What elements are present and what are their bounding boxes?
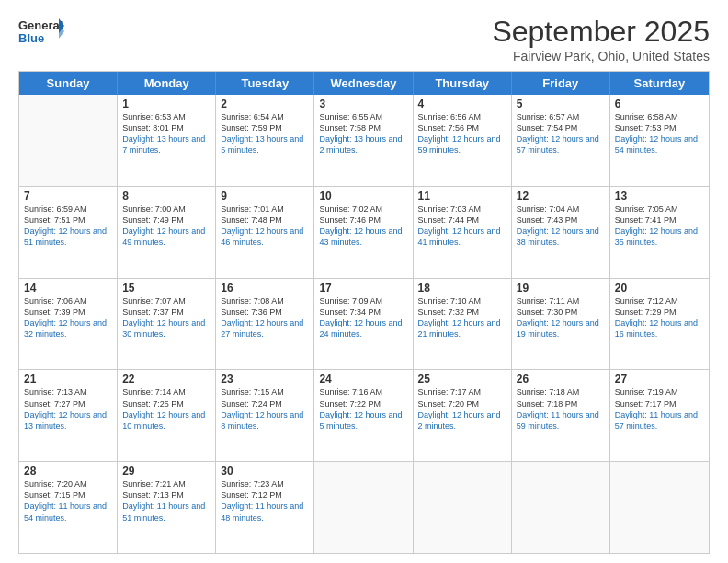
cell-info: Sunrise: 7:23 AM Sunset: 7:12 PM Dayligh… <box>221 478 309 523</box>
calendar-cell: 10 Sunrise: 7:02 AM Sunset: 7:46 PM Dayl… <box>314 187 413 278</box>
cell-info: Sunrise: 7:19 AM Sunset: 7:17 PM Dayligh… <box>615 386 704 431</box>
calendar-row: 28 Sunrise: 7:20 AM Sunset: 7:15 PM Dayl… <box>19 462 709 553</box>
day-number: 7 <box>24 190 112 202</box>
cell-info: Sunrise: 7:06 AM Sunset: 7:39 PM Dayligh… <box>24 295 112 340</box>
day-number: 25 <box>418 373 506 385</box>
calendar-cell: 9 Sunrise: 7:01 AM Sunset: 7:48 PM Dayli… <box>216 187 314 278</box>
calendar-cell: 3 Sunrise: 6:55 AM Sunset: 7:58 PM Dayli… <box>314 95 413 186</box>
calendar-cell: 20 Sunrise: 7:12 AM Sunset: 7:29 PM Dayl… <box>610 279 709 370</box>
cell-info: Sunrise: 7:03 AM Sunset: 7:44 PM Dayligh… <box>418 203 506 248</box>
calendar-body: 1 Sunrise: 6:53 AM Sunset: 8:01 PM Dayli… <box>19 95 709 553</box>
day-number: 24 <box>319 373 407 385</box>
calendar-cell: 28 Sunrise: 7:20 AM Sunset: 7:15 PM Dayl… <box>19 462 118 553</box>
cell-info: Sunrise: 7:18 AM Sunset: 7:18 PM Dayligh… <box>517 386 605 431</box>
cell-info: Sunrise: 7:17 AM Sunset: 7:20 PM Dayligh… <box>418 386 506 431</box>
calendar-cell: 27 Sunrise: 7:19 AM Sunset: 7:17 PM Dayl… <box>610 370 709 461</box>
day-number: 14 <box>24 282 112 294</box>
calendar-cell: 12 Sunrise: 7:04 AM Sunset: 7:43 PM Dayl… <box>512 187 610 278</box>
calendar-row: 21 Sunrise: 7:13 AM Sunset: 7:27 PM Dayl… <box>19 370 709 462</box>
header: General Blue September 2025 Fairview Par… <box>18 15 710 63</box>
day-number: 27 <box>615 373 704 385</box>
cell-info: Sunrise: 6:58 AM Sunset: 7:53 PM Dayligh… <box>615 111 704 156</box>
calendar-row: 1 Sunrise: 6:53 AM Sunset: 8:01 PM Dayli… <box>19 95 709 187</box>
day-number: 30 <box>221 465 309 477</box>
calendar-cell: 16 Sunrise: 7:08 AM Sunset: 7:36 PM Dayl… <box>216 279 314 370</box>
cell-info: Sunrise: 7:13 AM Sunset: 7:27 PM Dayligh… <box>24 386 112 431</box>
weekday-header: Wednesday <box>314 72 413 95</box>
calendar-cell: 4 Sunrise: 6:56 AM Sunset: 7:56 PM Dayli… <box>414 95 512 186</box>
weekday-header: Monday <box>118 72 216 95</box>
calendar-cell: 23 Sunrise: 7:15 AM Sunset: 7:24 PM Dayl… <box>216 370 314 461</box>
logo-svg: General Blue <box>18 15 64 53</box>
cell-info: Sunrise: 7:16 AM Sunset: 7:22 PM Dayligh… <box>319 386 407 431</box>
day-number: 21 <box>24 373 112 385</box>
cell-info: Sunrise: 7:09 AM Sunset: 7:34 PM Dayligh… <box>319 295 407 340</box>
cell-info: Sunrise: 6:53 AM Sunset: 8:01 PM Dayligh… <box>122 111 210 156</box>
calendar-cell: 29 Sunrise: 7:21 AM Sunset: 7:13 PM Dayl… <box>118 462 216 553</box>
day-number: 19 <box>517 282 605 294</box>
cell-info: Sunrise: 7:02 AM Sunset: 7:46 PM Dayligh… <box>319 203 407 248</box>
day-number: 8 <box>122 190 210 202</box>
day-number: 2 <box>221 98 309 110</box>
day-number: 17 <box>319 282 407 294</box>
cell-info: Sunrise: 6:57 AM Sunset: 7:54 PM Dayligh… <box>517 111 605 156</box>
day-number: 9 <box>221 190 309 202</box>
calendar-cell: 19 Sunrise: 7:11 AM Sunset: 7:30 PM Dayl… <box>512 279 610 370</box>
calendar-cell: 22 Sunrise: 7:14 AM Sunset: 7:25 PM Dayl… <box>118 370 216 461</box>
day-number: 26 <box>517 373 605 385</box>
svg-text:General: General <box>18 18 63 32</box>
calendar-cell: 8 Sunrise: 7:00 AM Sunset: 7:49 PM Dayli… <box>118 187 216 278</box>
day-number: 12 <box>517 190 605 202</box>
cell-info: Sunrise: 7:05 AM Sunset: 7:41 PM Dayligh… <box>615 203 704 248</box>
day-number: 6 <box>615 98 704 110</box>
weekday-header: Tuesday <box>216 72 314 95</box>
calendar-cell: 5 Sunrise: 6:57 AM Sunset: 7:54 PM Dayli… <box>512 95 610 186</box>
cell-info: Sunrise: 7:15 AM Sunset: 7:24 PM Dayligh… <box>221 386 309 431</box>
day-number: 5 <box>517 98 605 110</box>
month-title: September 2025 <box>492 15 710 49</box>
weekday-header: Friday <box>512 72 610 95</box>
cell-info: Sunrise: 7:04 AM Sunset: 7:43 PM Dayligh… <box>517 203 605 248</box>
day-number: 11 <box>418 190 506 202</box>
calendar-cell: 6 Sunrise: 6:58 AM Sunset: 7:53 PM Dayli… <box>610 95 709 186</box>
cell-info: Sunrise: 7:10 AM Sunset: 7:32 PM Dayligh… <box>418 295 506 340</box>
location: Fairview Park, Ohio, United States <box>492 49 710 63</box>
logo: General Blue <box>18 15 64 53</box>
calendar-cell: 26 Sunrise: 7:18 AM Sunset: 7:18 PM Dayl… <box>512 370 610 461</box>
calendar-cell <box>512 462 610 553</box>
calendar-cell: 17 Sunrise: 7:09 AM Sunset: 7:34 PM Dayl… <box>314 279 413 370</box>
cell-info: Sunrise: 6:56 AM Sunset: 7:56 PM Dayligh… <box>418 111 506 156</box>
day-number: 4 <box>418 98 506 110</box>
day-number: 15 <box>122 282 210 294</box>
calendar-cell: 15 Sunrise: 7:07 AM Sunset: 7:37 PM Dayl… <box>118 279 216 370</box>
cell-info: Sunrise: 7:12 AM Sunset: 7:29 PM Dayligh… <box>615 295 704 340</box>
svg-text:Blue: Blue <box>18 31 44 45</box>
calendar-cell: 25 Sunrise: 7:17 AM Sunset: 7:20 PM Dayl… <box>414 370 512 461</box>
calendar-cell: 18 Sunrise: 7:10 AM Sunset: 7:32 PM Dayl… <box>414 279 512 370</box>
calendar-cell <box>314 462 413 553</box>
cell-info: Sunrise: 7:20 AM Sunset: 7:15 PM Dayligh… <box>24 478 112 523</box>
cell-info: Sunrise: 7:01 AM Sunset: 7:48 PM Dayligh… <box>221 203 309 248</box>
calendar-cell: 30 Sunrise: 7:23 AM Sunset: 7:12 PM Dayl… <box>216 462 314 553</box>
calendar-header: SundayMondayTuesdayWednesdayThursdayFrid… <box>19 72 709 95</box>
calendar-cell: 14 Sunrise: 7:06 AM Sunset: 7:39 PM Dayl… <box>19 279 118 370</box>
calendar-cell: 11 Sunrise: 7:03 AM Sunset: 7:44 PM Dayl… <box>414 187 512 278</box>
calendar-cell: 2 Sunrise: 6:54 AM Sunset: 7:59 PM Dayli… <box>216 95 314 186</box>
cell-info: Sunrise: 7:00 AM Sunset: 7:49 PM Dayligh… <box>122 203 210 248</box>
calendar: SundayMondayTuesdayWednesdayThursdayFrid… <box>18 71 710 554</box>
calendar-cell: 21 Sunrise: 7:13 AM Sunset: 7:27 PM Dayl… <box>19 370 118 461</box>
calendar-cell <box>414 462 512 553</box>
calendar-row: 7 Sunrise: 6:59 AM Sunset: 7:51 PM Dayli… <box>19 187 709 279</box>
day-number: 22 <box>122 373 210 385</box>
page: General Blue September 2025 Fairview Par… <box>0 0 728 563</box>
cell-info: Sunrise: 6:55 AM Sunset: 7:58 PM Dayligh… <box>319 111 407 156</box>
cell-info: Sunrise: 7:14 AM Sunset: 7:25 PM Dayligh… <box>122 386 210 431</box>
cell-info: Sunrise: 6:59 AM Sunset: 7:51 PM Dayligh… <box>24 203 112 248</box>
day-number: 13 <box>615 190 704 202</box>
calendar-cell: 24 Sunrise: 7:16 AM Sunset: 7:22 PM Dayl… <box>314 370 413 461</box>
day-number: 10 <box>319 190 407 202</box>
calendar-cell: 1 Sunrise: 6:53 AM Sunset: 8:01 PM Dayli… <box>118 95 216 186</box>
weekday-header: Sunday <box>19 72 118 95</box>
title-block: September 2025 Fairview Park, Ohio, Unit… <box>492 15 710 63</box>
day-number: 1 <box>122 98 210 110</box>
